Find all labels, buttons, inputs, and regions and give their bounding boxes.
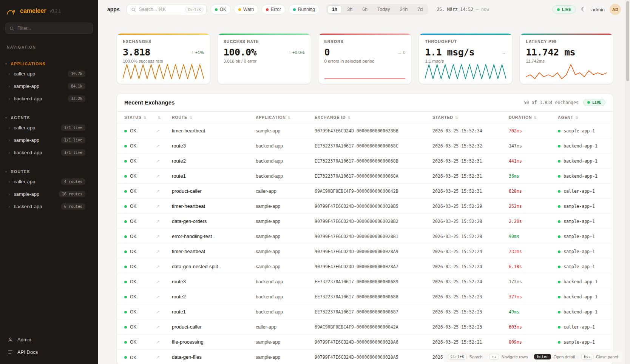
scrollbar-thumb[interactable] xyxy=(626,1,629,81)
table-row[interactable]: OK ↗ route1 backend-app EE7322370A10617-… xyxy=(117,169,613,184)
kpi-value: 100.0% xyxy=(224,47,256,58)
table-row[interactable]: OK ↗ route2 backend-app EE7322370A10617-… xyxy=(117,289,613,304)
column-label: DURATION xyxy=(509,115,532,120)
range-start-time: 25. März 14:52 xyxy=(437,7,473,12)
sort-icon[interactable]: ⇅ xyxy=(575,116,578,120)
open-detail-icon[interactable]: ↗ xyxy=(156,249,160,254)
sort-icon[interactable]: ⇅ xyxy=(143,116,146,120)
app-logo[interactable]: cameleer v3.2.1 xyxy=(0,0,98,20)
status-filter-chip[interactable]: Error xyxy=(261,5,286,14)
started-cell: 2026-03-25 15:52:29 xyxy=(429,199,506,214)
scrollbar[interactable] xyxy=(625,0,630,364)
column-header-application[interactable]: APPLICATION⇅ xyxy=(253,112,312,123)
column-header-agent[interactable]: AGENT⇅ xyxy=(555,112,613,123)
keyboard-hints: Ctrl+KSearch↑↓Navigate rowsEnterOpen det… xyxy=(443,351,622,362)
sidebar-section-header[interactable]: ▾ APPLICATIONS xyxy=(0,60,98,68)
hint-key: ↑↓ xyxy=(489,354,499,359)
column-header-status[interactable]: STATUS⇅ xyxy=(117,112,153,123)
table-row[interactable]: OK ↗ data-gen-orders sample-app 90799F47… xyxy=(117,214,613,229)
duration-cell: 90ms xyxy=(506,229,555,244)
table-row[interactable]: OK ↗ route3 backend-app EE7322370A10617-… xyxy=(117,138,613,154)
open-detail-icon[interactable]: ↗ xyxy=(156,174,160,179)
table-row[interactable]: OK ↗ timer-heartbeat sample-app 90799F47… xyxy=(117,244,613,259)
agent-status-dot xyxy=(558,145,561,147)
column-header-route[interactable]: ROUTE⇅ xyxy=(169,112,253,123)
sidebar-item[interactable]: › sample-app 84.1k xyxy=(0,80,98,92)
table-row[interactable]: OK ↗ timer-heartbeat sample-app 90799F47… xyxy=(117,199,613,214)
route-cell: product-caller xyxy=(169,184,253,199)
sort-icon[interactable]: ⇅ xyxy=(534,116,537,120)
sidebar-item[interactable]: › sample-app 1/1 live xyxy=(0,134,98,146)
column-header-exchange-id[interactable]: EXCHANGE ID⇅ xyxy=(312,112,429,123)
sidebar-section-header[interactable]: ▾ ROUTES xyxy=(0,168,98,175)
column-header-duration[interactable]: DURATION⇅ xyxy=(506,112,555,123)
agent-status-dot xyxy=(558,130,561,132)
time-range-6h[interactable]: 6h xyxy=(358,5,372,14)
table-row[interactable]: OK ↗ product-caller caller-app 69AC90BF8… xyxy=(117,319,613,335)
sidebar-item-badge: 6 routes xyxy=(61,203,85,210)
time-range-24h[interactable]: 24h xyxy=(395,5,412,14)
open-detail-icon[interactable]: ↗ xyxy=(156,339,160,345)
sort-icon[interactable]: ⇅ xyxy=(189,116,192,120)
avatar[interactable]: AD xyxy=(610,4,621,15)
sort-icon[interactable]: ⇅ xyxy=(158,116,161,120)
sidebar-item-label: backend-app xyxy=(14,204,42,209)
sidebar-item[interactable]: › sample-app 16 routes xyxy=(0,188,98,200)
sidebar-item[interactable]: › caller-app 10.7k xyxy=(0,68,98,80)
route-cell: route3 xyxy=(169,138,253,154)
table-row[interactable]: OK ↗ file-processing sample-app 90799F47… xyxy=(117,335,613,350)
sort-icon[interactable]: ⇅ xyxy=(347,116,351,120)
open-detail-icon[interactable]: ↗ xyxy=(156,204,160,209)
live-indicator[interactable]: LIVE xyxy=(552,5,576,14)
open-detail-icon[interactable]: ↗ xyxy=(156,324,160,330)
application-cell: caller-app xyxy=(253,184,312,199)
sidebar-filter[interactable] xyxy=(5,23,93,34)
open-detail-icon[interactable]: ↗ xyxy=(156,309,160,315)
time-range-today[interactable]: Today xyxy=(373,5,394,14)
open-detail-icon[interactable]: ↗ xyxy=(156,355,160,360)
open-detail-icon[interactable]: ↗ xyxy=(156,158,160,164)
open-detail-icon[interactable]: ↗ xyxy=(156,128,160,134)
kpi-trend: → xyxy=(502,50,506,55)
status-filter-chip[interactable]: OK xyxy=(210,5,231,14)
time-range-1h[interactable]: 1h xyxy=(327,5,342,14)
time-range-3h[interactable]: 3h xyxy=(343,5,357,14)
sort-icon[interactable]: ⇅ xyxy=(455,116,458,120)
sidebar-item-admin[interactable]: Admin xyxy=(5,334,94,346)
open-detail-icon[interactable]: ↗ xyxy=(156,264,160,269)
open-detail-icon[interactable]: ↗ xyxy=(156,234,160,239)
table-row[interactable]: OK ↗ product-caller caller-app 69AC90BF8… xyxy=(117,184,613,199)
open-detail-icon[interactable]: ↗ xyxy=(156,189,160,194)
time-range-7d[interactable]: 7d xyxy=(413,5,427,14)
sort-icon[interactable]: ⇅ xyxy=(288,116,291,120)
table-row[interactable]: OK ↗ error-handling-test sample-app 9079… xyxy=(117,229,613,244)
sidebar-item-api-docs[interactable]: API Docs xyxy=(5,346,94,358)
open-detail-icon[interactable]: ↗ xyxy=(156,219,160,224)
status-filter-chip[interactable]: Warn xyxy=(234,5,258,14)
route-cell: route2 xyxy=(169,289,253,304)
table-row[interactable]: OK ↗ route1 backend-app EE7322370A10617-… xyxy=(117,304,613,319)
filter-input[interactable] xyxy=(17,26,89,31)
column-header-started[interactable]: STARTED⇅ xyxy=(429,112,506,123)
sidebar-item[interactable]: › backend-app 6 routes xyxy=(0,200,98,213)
open-detail-icon[interactable]: ↗ xyxy=(156,294,160,299)
sidebar-item[interactable]: › caller-app 4 routes xyxy=(0,175,98,188)
column-header-expand[interactable]: ⇅ xyxy=(153,112,169,123)
status-ok-dot xyxy=(124,281,127,283)
status-filter-chip[interactable]: Running xyxy=(289,5,320,14)
table-row[interactable]: OK ↗ timer-heartbeat sample-app 90799F47… xyxy=(117,123,613,138)
sidebar-item[interactable]: › backend-app 32.2k xyxy=(0,92,98,105)
theme-toggle-moon-icon[interactable]: ☾ xyxy=(581,6,586,12)
global-search[interactable]: Search... ⌘K Ctrl+K xyxy=(127,4,207,15)
table-row[interactable]: OK ↗ data-gen-nested-split sample-app 90… xyxy=(117,259,613,274)
status-label: OK xyxy=(130,264,136,269)
open-detail-icon[interactable]: ↗ xyxy=(156,143,160,149)
open-detail-icon[interactable]: ↗ xyxy=(156,279,160,284)
sidebar-item[interactable]: › backend-app 1/1 live xyxy=(0,146,98,159)
sidebar-item[interactable]: › caller-app 1/1 live xyxy=(0,121,98,134)
table-row[interactable]: OK ↗ route3 backend-app EE7322370A10617-… xyxy=(117,274,613,289)
table-row[interactable]: OK ↗ route2 backend-app EE7322370A10617-… xyxy=(117,154,613,169)
topbar-right: LIVE ☾ admin AD xyxy=(552,4,621,15)
agent-status-dot xyxy=(558,311,561,313)
sidebar-section-header[interactable]: ▾ AGENTS xyxy=(0,114,98,121)
